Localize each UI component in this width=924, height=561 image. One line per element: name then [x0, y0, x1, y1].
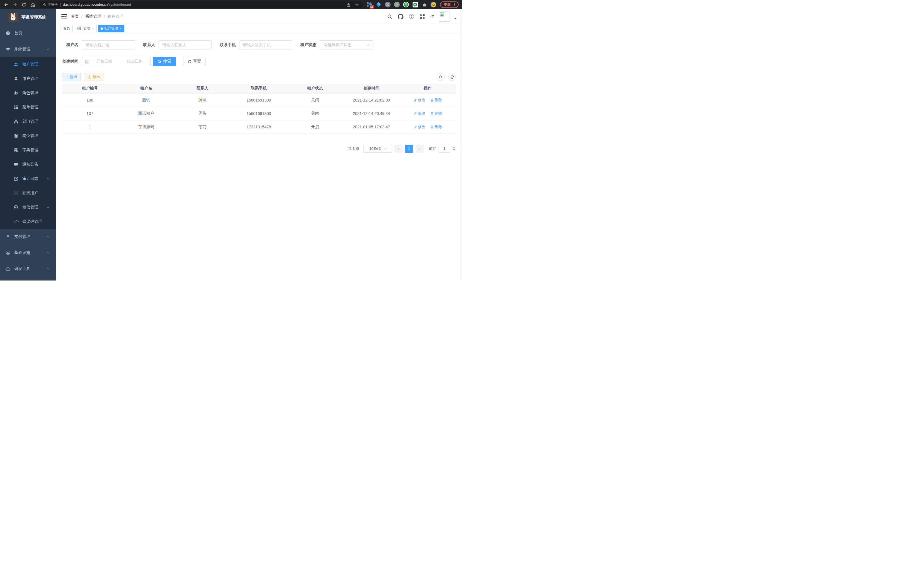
- sidebar-item-home[interactable]: 首页: [0, 25, 56, 41]
- sidebar-item-audit-log[interactable]: 审计日志: [0, 171, 56, 186]
- filter-row-1: 租户名 联系人 联系手机 租户状态 请选择租户状态: [62, 40, 456, 50]
- status-text: 开启: [287, 120, 343, 134]
- sidebar-item-menu[interactable]: 菜单管理: [0, 100, 56, 114]
- close-icon[interactable]: ×: [120, 27, 122, 30]
- extension-record-icon[interactable]: [394, 2, 400, 8]
- phone-label: 联系手机: [220, 42, 236, 47]
- browser-back-icon[interactable]: [2, 1, 10, 8]
- col-actions: 操作: [400, 84, 456, 93]
- navbar-actions: ? TT: [387, 11, 457, 22]
- menu-tree-icon: [14, 105, 18, 110]
- trash-icon: [430, 125, 434, 129]
- browser-home-icon[interactable]: [29, 1, 36, 8]
- chevron-down-icon: [46, 267, 50, 271]
- page-size-select[interactable]: 10条/页: [363, 145, 392, 153]
- sidebar-item-online-user[interactable]: 在线用户: [0, 186, 56, 200]
- extension-command-icon[interactable]: ⌘: [385, 2, 391, 8]
- font-size-icon[interactable]: TT: [430, 14, 434, 19]
- sidebar-item-tenant[interactable]: 租户管理: [0, 57, 56, 71]
- create-time-range-picker[interactable]: 开始日期 - 结束日期: [82, 57, 151, 66]
- breadcrumb-home[interactable]: 首页: [71, 14, 79, 19]
- extension-chat-icon[interactable]: [412, 2, 418, 8]
- sidebar-item-sms[interactable]: 短信管理: [0, 200, 56, 214]
- close-icon[interactable]: ×: [92, 27, 94, 30]
- sidebar-item-error-code[interactable]: </> 错误码管理: [0, 214, 56, 229]
- status-select[interactable]: 请选择租户状态: [320, 40, 373, 50]
- security-label[interactable]: 不安全: [48, 2, 58, 7]
- address-bar[interactable]: 不安全 dashboard.yudao.iocoder.cn/system/te…: [39, 2, 363, 8]
- goto-page-input[interactable]: [439, 145, 450, 153]
- delete-link[interactable]: 删除: [430, 98, 442, 103]
- help-icon[interactable]: ?: [408, 14, 415, 20]
- url-path: /system/tenant: [108, 3, 131, 7]
- sidebar-item-notice[interactable]: 通知公告: [0, 157, 56, 171]
- sidebar-item-dept[interactable]: 部门管理: [0, 114, 56, 129]
- phone-input[interactable]: [239, 40, 292, 50]
- chevron-down-icon: [384, 147, 387, 150]
- bookmark-star-icon[interactable]: ☆: [354, 2, 360, 8]
- search-button[interactable]: 搜索: [153, 57, 176, 66]
- reset-button[interactable]: 重置: [183, 57, 206, 66]
- share-icon[interactable]: [345, 2, 351, 8]
- shield-check-icon: [14, 205, 18, 210]
- sidebar-collapse-icon[interactable]: [59, 11, 69, 22]
- sidebar-submenu-system: 租户管理 用户管理 角色管理: [0, 57, 56, 229]
- sidebar-item-role[interactable]: 角色管理: [0, 86, 56, 100]
- sidebar-item-user[interactable]: 用户管理: [0, 71, 56, 86]
- sidebar-item-system[interactable]: 系统管理: [0, 41, 56, 57]
- search-icon[interactable]: [387, 14, 393, 20]
- sidebar-item-payment[interactable]: ¥ 支付管理: [0, 229, 56, 245]
- fullscreen-icon[interactable]: [419, 14, 425, 20]
- filter-row-2: 创建时间 开始日期 - 结束日期 搜索 重置: [62, 57, 456, 66]
- refresh-icon: [188, 60, 191, 63]
- refresh-table-icon[interactable]: [448, 73, 456, 81]
- extension-kite-icon[interactable]: [375, 2, 382, 8]
- sidebar-item-infra[interactable]: 基础设施: [0, 245, 56, 261]
- browser-reload-icon[interactable]: [20, 1, 27, 8]
- extension-emoji-icon[interactable]: [430, 2, 436, 8]
- edit-icon: [413, 125, 417, 129]
- edit-link[interactable]: 修改: [413, 124, 425, 129]
- avatar[interactable]: [439, 11, 449, 22]
- extension-grid-icon[interactable]: 10: [366, 2, 373, 8]
- prev-page-button[interactable]: ‹: [394, 145, 403, 153]
- log-edit-icon: [14, 176, 18, 181]
- export-button[interactable]: 导出: [84, 73, 104, 81]
- sidebar-item-post[interactable]: 岗位管理: [0, 129, 56, 143]
- tag-dept[interactable]: 部门管理 ×: [74, 25, 97, 32]
- delete-link[interactable]: 删除: [430, 124, 442, 129]
- tenants-icon: [14, 62, 18, 67]
- table-row: 1 芋道源码 芋艿 17321315478 开启 2021-01-05 17:0…: [62, 120, 456, 134]
- browser-menu-icon[interactable]: ⋮: [453, 3, 456, 7]
- browser-update-button[interactable]: 更新 ⋮: [440, 2, 459, 8]
- current-page-button[interactable]: 1: [405, 145, 413, 153]
- contact-input[interactable]: [159, 40, 212, 50]
- browser-toolbar: 不安全 dashboard.yudao.iocoder.cn/system/te…: [0, 0, 462, 9]
- sidebar-item-dict[interactable]: 字典管理: [0, 143, 56, 157]
- edit-link[interactable]: 修改: [413, 111, 425, 116]
- delete-link[interactable]: 删除: [430, 111, 442, 116]
- col-tenant-name: 租户名: [118, 84, 174, 93]
- tag-tenant-active[interactable]: 租户管理 ×: [98, 25, 124, 32]
- page-scrollbar[interactable]: [460, 9, 462, 281]
- table-row: 107 测试租户 秃头 15601691300 关闭 2021-12-14 20…: [62, 107, 456, 120]
- edit-link[interactable]: 修改: [413, 98, 425, 103]
- avatar-dropdown-icon[interactable]: [454, 18, 457, 20]
- extension-puzzle-icon[interactable]: [421, 2, 428, 8]
- status-text: 关闭: [287, 107, 343, 120]
- tenant-name-input[interactable]: [82, 40, 135, 50]
- breadcrumb-current: 租户管理: [107, 14, 123, 19]
- sidebar-item-devtool[interactable]: 研发工具: [0, 261, 56, 277]
- github-icon[interactable]: [398, 14, 404, 20]
- tag-home[interactable]: 首页: [61, 25, 73, 32]
- breadcrumb-system[interactable]: 系统管理: [85, 14, 101, 19]
- show-search-icon[interactable]: [436, 73, 445, 81]
- extension-y-icon[interactable]: Y: [403, 2, 409, 8]
- app-logo-row[interactable]: 芋道管理系统: [0, 9, 56, 25]
- next-page-button[interactable]: ›: [416, 145, 424, 153]
- browser-forward-icon[interactable]: [11, 1, 19, 8]
- badge-icon: [14, 134, 18, 138]
- add-button[interactable]: + 新增: [62, 73, 81, 81]
- org-chart-icon: [14, 119, 18, 124]
- browser-extensions: 10 ⌘ Y: [366, 2, 436, 8]
